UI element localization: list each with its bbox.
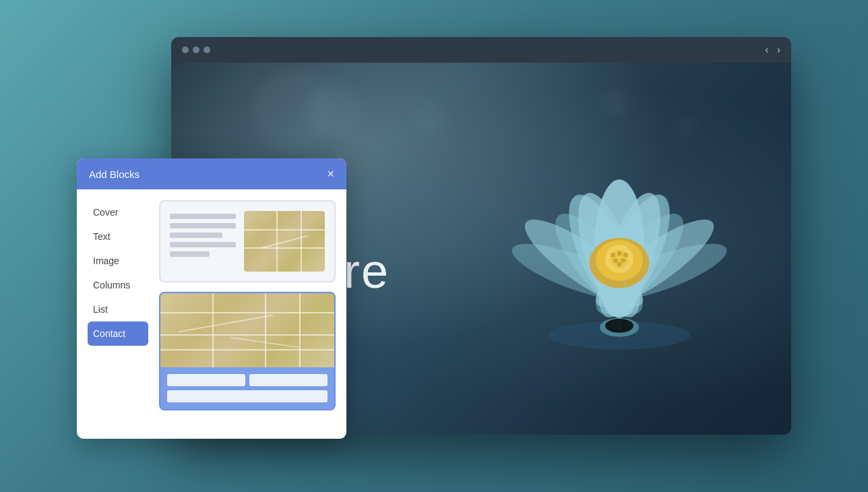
svg-point-17 xyxy=(617,251,622,256)
contact-road-h2 xyxy=(160,334,334,336)
contact-input-name[interactable] xyxy=(167,374,245,386)
contact-map-grid xyxy=(160,293,334,367)
panel-close-button[interactable]: × xyxy=(327,168,334,180)
preview-line-1 xyxy=(170,214,236,219)
contact-road-diag1 xyxy=(179,315,273,333)
preview-line-2 xyxy=(170,223,236,228)
browser-nav-next[interactable]: › xyxy=(777,44,780,56)
bokeh-3 xyxy=(252,69,333,150)
nav-item-columns[interactable]: Columns xyxy=(88,273,148,297)
block-preview-contact[interactable] xyxy=(159,292,336,410)
contact-form-area xyxy=(160,367,334,409)
contact-road-h1 xyxy=(160,312,334,313)
panel-previews xyxy=(159,200,336,428)
map-road-v1 xyxy=(276,211,278,272)
nav-item-cover[interactable]: Cover xyxy=(88,200,148,224)
svg-point-23 xyxy=(605,319,633,333)
contact-input-message[interactable] xyxy=(167,390,328,402)
browser-nav-prev[interactable]: ‹ xyxy=(765,44,768,56)
svg-point-21 xyxy=(617,262,622,267)
preview-line-4 xyxy=(170,242,236,247)
panel-header: Add Blocks × xyxy=(77,158,346,189)
contact-input-email[interactable] xyxy=(249,374,328,386)
contact-road-v2 xyxy=(265,293,266,367)
browser-titlebar: ‹ › xyxy=(171,37,791,63)
contact-road-h3 xyxy=(160,349,334,350)
nav-item-image[interactable]: Image xyxy=(88,249,148,273)
preview-text-lines xyxy=(170,211,236,272)
svg-point-18 xyxy=(623,253,628,257)
map-grid-small xyxy=(244,211,325,272)
panel-title: Add Blocks xyxy=(89,168,140,180)
preview-line-5 xyxy=(170,251,210,257)
svg-point-19 xyxy=(613,258,618,263)
browser-dots xyxy=(182,47,210,53)
browser-nav: ‹ › xyxy=(765,44,780,56)
nav-item-text[interactable]: Text xyxy=(88,224,148,249)
browser-dot-2 xyxy=(193,47,199,53)
nav-item-list[interactable]: List xyxy=(88,297,148,321)
preview-line-3 xyxy=(170,233,222,238)
map-road-h1 xyxy=(244,229,325,230)
panel-nav: Cover Text Image Columns List Contact xyxy=(88,200,148,428)
add-blocks-panel: Add Blocks × Cover Text Image Columns Li… xyxy=(77,158,346,439)
scene: ‹ › Yoga & More xyxy=(63,24,805,468)
preview-map-small xyxy=(244,211,325,272)
block-preview-text-map[interactable] xyxy=(159,200,336,282)
contact-form-row-1 xyxy=(167,374,328,386)
browser-dot-3 xyxy=(204,47,210,53)
lotus-svg xyxy=(501,131,737,367)
contact-road-v3 xyxy=(299,293,301,367)
map-road-v2 xyxy=(301,211,302,272)
bokeh-6 xyxy=(602,90,629,117)
svg-point-16 xyxy=(611,253,615,257)
contact-map xyxy=(160,293,334,367)
contact-road-v1 xyxy=(212,293,214,367)
map-road-h2 xyxy=(244,247,325,249)
bokeh-2 xyxy=(414,103,447,137)
panel-body: Cover Text Image Columns List Contact xyxy=(77,189,346,439)
lotus-container xyxy=(501,131,737,367)
browser-dot-1 xyxy=(182,47,189,53)
nav-item-contact[interactable]: Contact xyxy=(88,321,148,346)
